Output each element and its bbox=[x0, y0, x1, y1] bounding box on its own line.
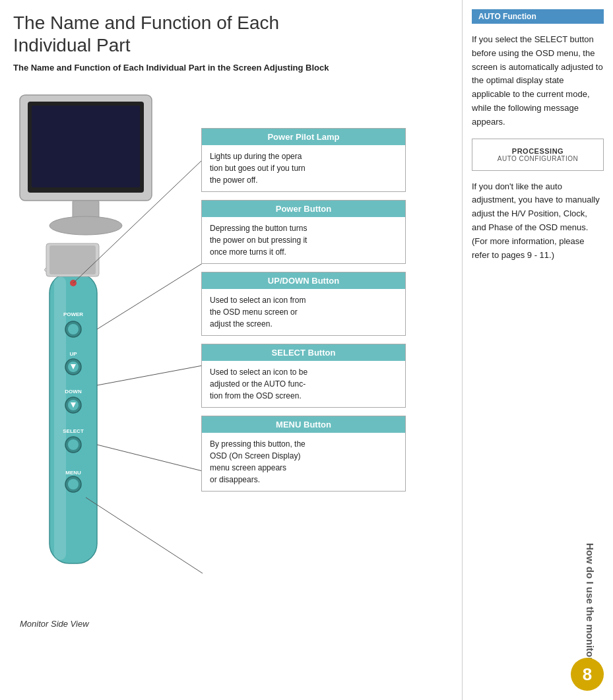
callout-updown-button: UP/DOWN Button Used to select an icon fr… bbox=[201, 272, 406, 336]
callout-power-button-body: Depressing the button turnsthe power on … bbox=[202, 217, 405, 263]
callout-select-button-body: Used to select an icon to beadjusted or … bbox=[202, 361, 405, 407]
right-sidebar: AUTO Function If you select the SELECT b… bbox=[462, 0, 613, 700]
callout-power-button: Power Button Depressing the button turns… bbox=[201, 200, 406, 264]
callout-power-pilot-lamp: Power Pilot Lamp Lights up during the op… bbox=[201, 128, 406, 192]
svg-point-20 bbox=[68, 439, 79, 450]
svg-point-4 bbox=[49, 216, 122, 235]
callout-updown-button-body: Used to select an icon fromthe OSD menu … bbox=[202, 289, 405, 335]
svg-text:DOWN: DOWN bbox=[65, 389, 82, 395]
svg-point-9 bbox=[68, 324, 79, 334]
svg-rect-26 bbox=[49, 245, 96, 274]
svg-rect-2 bbox=[32, 106, 140, 187]
callout-select-button: SELECT Button Used to select an icon to … bbox=[201, 344, 406, 408]
callout-power-button-header: Power Button bbox=[202, 201, 405, 217]
page-title-line2: Individual Part bbox=[13, 35, 130, 55]
callout-menu-button-header: MENU Button bbox=[202, 416, 405, 433]
callouts-container: Power Pilot Lamp Lights up during the op… bbox=[201, 128, 412, 492]
callout-menu-button: MENU Button By pressing this button, the… bbox=[201, 416, 406, 492]
callout-power-pilot-lamp-header: Power Pilot Lamp bbox=[202, 129, 405, 145]
processing-box: PROCESSING AUTO CONFIGURATION bbox=[472, 139, 604, 171]
page-title-line1: The Name and Function of Each bbox=[13, 13, 279, 33]
svg-text:POWER: POWER bbox=[63, 311, 83, 317]
auto-function-badge: AUTO Function bbox=[472, 9, 604, 24]
svg-rect-6 bbox=[54, 276, 66, 560]
sidebar-text1: If you select the SELECT button before u… bbox=[472, 33, 604, 129]
svg-text:UP: UP bbox=[69, 351, 77, 357]
callout-updown-button-header: UP/DOWN Button bbox=[202, 272, 405, 289]
page-subtitle: The Name and Function of Each Individual… bbox=[13, 63, 449, 73]
callout-select-button-header: SELECT Button bbox=[202, 344, 405, 361]
monitor-illustration: POWER UP DOWN SELECT MENU bbox=[13, 82, 191, 596]
svg-text:SELECT: SELECT bbox=[63, 428, 84, 434]
callout-power-pilot-lamp-body: Lights up during the operation but goes … bbox=[202, 145, 405, 191]
callout-menu-button-body: By pressing this button, theOSD (On Scre… bbox=[202, 433, 405, 491]
page-title: The Name and Function of Each Individual… bbox=[13, 12, 449, 56]
monitor-side-view-label: Monitor Side View bbox=[20, 618, 89, 629]
svg-text:MENU: MENU bbox=[65, 470, 81, 476]
processing-sub: AUTO CONFIGURATION bbox=[479, 155, 597, 162]
page-number-badge: 8 bbox=[571, 658, 604, 691]
processing-title: PROCESSING bbox=[479, 147, 597, 155]
svg-point-23 bbox=[68, 479, 79, 490]
sidebar-rotated-label: How do I use the monitor bbox=[585, 536, 596, 668]
svg-point-24 bbox=[70, 280, 77, 286]
main-content: The Name and Function of Each Individual… bbox=[0, 0, 462, 700]
